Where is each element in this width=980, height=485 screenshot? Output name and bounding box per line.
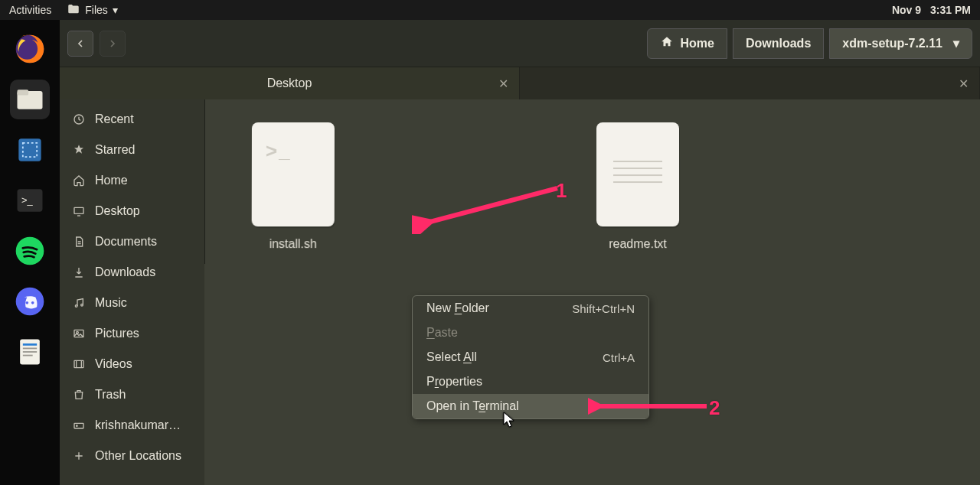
svg-point-24 [77, 425, 77, 426]
ctx-new-folder[interactable]: New Folder Shift+Ctrl+N [413, 296, 648, 321]
sidebar-item-downloads[interactable]: Downloads [60, 257, 204, 288]
sidebar-item-label: Videos [95, 357, 132, 371]
gnome-topbar: Activities Files ▾ Nov 9 3:31 PM [0, 0, 980, 20]
sidebar-item-label: Music [95, 296, 127, 310]
dock-app-discord[interactable] [10, 282, 50, 321]
sidebar-item-desktop[interactable]: Desktop [60, 196, 204, 226]
tab-desktop[interactable]: Desktop ✕ [60, 67, 520, 99]
close-icon[interactable]: ✕ [498, 76, 508, 91]
svg-point-18 [75, 305, 77, 308]
appmenu-files[interactable]: Files ▾ [67, 2, 118, 18]
svg-rect-2 [18, 90, 29, 95]
dock-app-files[interactable] [10, 80, 50, 119]
path-downloads[interactable]: Downloads [733, 28, 824, 59]
sidebar-item-label: Recent [95, 112, 134, 126]
path-current-label: xdm-setup-7.2.11 [842, 37, 942, 50]
dock: >_ [0, 20, 60, 485]
back-button[interactable] [67, 31, 93, 57]
clock-time[interactable]: 3:31 PM [930, 4, 971, 16]
places-sidebar: Recent Starred Home Desktop Documents Do… [60, 99, 205, 485]
file-label: readme.txt [609, 237, 667, 251]
dock-app-spotify[interactable] [10, 231, 50, 271]
svg-point-10 [31, 301, 34, 304]
dock-app-terminal[interactable]: >_ [10, 181, 50, 220]
file-view[interactable]: install.sh readme.txt [204, 99, 980, 485]
context-menu: New Folder Shift+Ctrl+N Paste Select All… [412, 295, 649, 419]
appmenu-label: Files [85, 4, 108, 16]
svg-rect-23 [74, 423, 83, 428]
clock-date[interactable]: Nov 9 [892, 4, 921, 16]
sidebar-item-label: Pictures [95, 327, 139, 340]
trash-icon [72, 388, 86, 402]
pictures-icon [72, 327, 86, 340]
sidebar-item-videos[interactable]: Videos [60, 349, 204, 379]
svg-point-19 [81, 304, 83, 306]
activities-button[interactable]: Activities [9, 4, 51, 16]
videos-icon [72, 357, 86, 371]
close-icon[interactable]: ✕ [959, 76, 969, 91]
path-home-label: Home [680, 37, 714, 50]
folder-icon [67, 2, 80, 18]
path-current[interactable]: xdm-setup-7.2.11 ▾ [829, 28, 972, 59]
sidebar-item-other-locations[interactable]: Other Locations [60, 441, 204, 471]
documents-icon [72, 235, 86, 249]
ctx-properties[interactable]: Properties [413, 369, 648, 394]
tab-label: Desktop [267, 76, 312, 90]
downloads-icon [72, 265, 86, 279]
svg-text:>_: >_ [21, 194, 33, 206]
script-file-icon [252, 122, 335, 226]
sidebar-item-documents[interactable]: Documents [60, 226, 204, 257]
svg-rect-15 [23, 355, 33, 356]
plus-icon [72, 449, 86, 463]
sidebar-item-trash[interactable]: Trash [60, 379, 204, 410]
sidebar-item-drive[interactable]: krishnakumar… [60, 410, 204, 441]
clock-icon [72, 112, 86, 126]
ctx-paste: Paste [413, 321, 648, 345]
sidebar-item-label: Trash [95, 388, 126, 402]
tab-empty[interactable]: ✕ [520, 67, 980, 99]
sidebar-item-label: Desktop [95, 204, 140, 218]
sidebar-item-label: Other Locations [95, 449, 181, 463]
ctx-select-all[interactable]: Select All Ctrl+A [413, 345, 648, 369]
path-home[interactable]: Home [647, 28, 727, 59]
tab-bar: Desktop ✕ ✕ [60, 67, 980, 99]
sidebar-item-label: Starred [95, 143, 135, 157]
file-readme-txt[interactable]: readme.txt [580, 122, 695, 251]
sidebar-item-home[interactable]: Home [60, 165, 204, 196]
sidebar-item-label: Downloads [95, 265, 155, 279]
drive-icon [72, 418, 86, 432]
ctx-open-terminal[interactable]: Open in Terminal [413, 394, 648, 418]
svg-rect-3 [18, 138, 41, 161]
chevron-down-icon: ▾ [953, 36, 959, 50]
music-icon [72, 296, 86, 310]
svg-rect-22 [74, 360, 83, 367]
dock-app-libreoffice[interactable] [10, 332, 50, 372]
sidebar-item-pictures[interactable]: Pictures [60, 318, 204, 349]
sidebar-item-label: Documents [95, 235, 157, 249]
dock-app-screenshot[interactable] [10, 130, 50, 170]
svg-rect-13 [23, 348, 37, 350]
svg-rect-14 [23, 351, 37, 353]
sidebar-item-label: krishnakumar… [95, 418, 181, 432]
forward-button[interactable] [100, 31, 126, 57]
home-icon [72, 174, 86, 187]
file-label: install.sh [270, 237, 317, 251]
svg-rect-12 [23, 343, 37, 346]
svg-rect-17 [74, 207, 83, 213]
svg-point-9 [26, 301, 29, 304]
desktop-icon [72, 204, 86, 218]
sidebar-item-starred[interactable]: Starred [60, 135, 204, 165]
chevron-down-icon: ▾ [113, 4, 118, 16]
header-bar: Home Downloads xdm-setup-7.2.11 ▾ [60, 20, 980, 67]
sidebar-item-label: Home [95, 174, 128, 187]
shortcut-label: Ctrl+A [603, 351, 635, 364]
text-file-icon [596, 122, 679, 226]
home-icon [660, 35, 674, 52]
dock-app-firefox[interactable] [10, 29, 50, 69]
sidebar-item-recent[interactable]: Recent [60, 104, 204, 135]
sidebar-item-music[interactable]: Music [60, 288, 204, 318]
star-icon [72, 143, 86, 157]
file-install-sh[interactable]: install.sh [236, 122, 351, 251]
path-downloads-label: Downloads [746, 37, 811, 50]
shortcut-label: Shift+Ctrl+N [572, 302, 635, 315]
